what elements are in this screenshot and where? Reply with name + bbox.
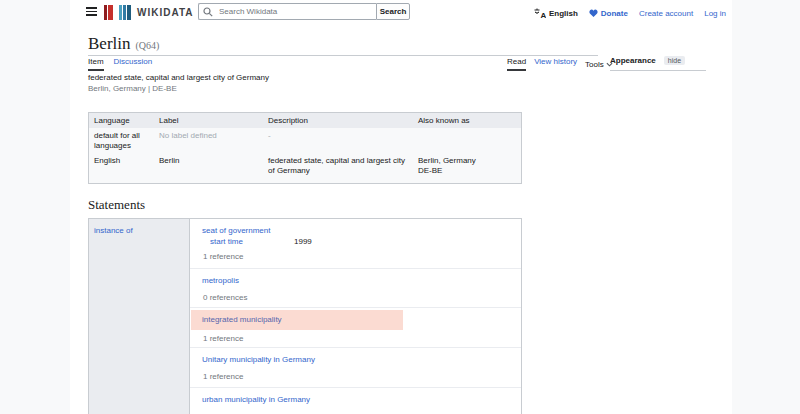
statement-group: instance of seat of government start tim…: [88, 218, 522, 414]
value-link[interactable]: metropolis: [202, 276, 239, 285]
search-bar: Search: [198, 3, 410, 20]
donate-link[interactable]: Donate: [589, 9, 628, 18]
svg-text:A: A: [541, 11, 546, 19]
entity-description: federated state, capital and largest cit…: [88, 73, 269, 82]
entity-label: Berlin: [88, 34, 131, 53]
tab-view-history[interactable]: View history: [534, 57, 577, 71]
log-in-link[interactable]: Log in: [704, 9, 726, 18]
terms-table-header: Language Label Description Also known as: [89, 113, 521, 128]
table-row: default for all languages No label defin…: [89, 128, 521, 153]
statement-urban-municipality: urban municipality in Germany 0 referenc…: [190, 388, 521, 414]
alias-line: DE-BE: [418, 166, 516, 176]
tools-menu-button[interactable]: Tools: [585, 57, 613, 71]
column-header-description: Description: [263, 113, 413, 128]
statement-values-column: seat of government start time 1999 1 ref…: [189, 219, 521, 414]
namespace-tabs: Item Discussion: [88, 57, 152, 71]
cell-label: No label defined: [154, 128, 263, 153]
references-toggle[interactable]: 0 references: [203, 293, 247, 302]
language-label: English: [549, 9, 578, 18]
value-link[interactable]: Unitary municipality in Germany: [202, 355, 315, 364]
create-account-link[interactable]: Create account: [639, 9, 693, 18]
statement-property-column: instance of: [89, 219, 189, 414]
value-link[interactable]: urban municipality in Germany: [202, 395, 310, 404]
value-link[interactable]: seat of government: [202, 226, 270, 235]
cell-description: federated state, capital and largest cit…: [263, 153, 413, 178]
references-toggle[interactable]: 1 reference: [203, 334, 243, 343]
column-header-also-known-as: Also known as: [413, 113, 521, 128]
value-link[interactable]: integrated municipality: [202, 315, 282, 324]
cell-description: -: [263, 128, 413, 153]
search-input[interactable]: [198, 3, 376, 20]
references-toggle[interactable]: 1 reference: [203, 372, 243, 381]
view-tabs: Read View history Tools: [507, 57, 613, 71]
appearance-hide-button[interactable]: hide: [664, 56, 685, 65]
appearance-panel: Appearance hide: [610, 56, 706, 71]
column-header-language: Language: [89, 113, 154, 128]
statements-heading: Statements: [88, 197, 145, 213]
heart-icon: [589, 9, 598, 18]
language-selector[interactable]: A English: [534, 8, 578, 18]
page-container: WIKIDATA Search A English Donate Create …: [70, 0, 732, 414]
entity-aliases: Berlin, Germany | DE-BE: [88, 84, 177, 93]
wikidata-wordmark: WIKIDATA: [137, 7, 194, 18]
donate-label: Donate: [601, 9, 628, 18]
entity-id: (Q64): [136, 40, 160, 51]
terms-table: Language Label Description Also known as…: [88, 112, 522, 184]
cell-label: Berlin: [154, 153, 263, 178]
qualifier-property-link[interactable]: start time: [210, 237, 243, 246]
main-menu-button[interactable]: [86, 7, 97, 16]
statement-integrated-municipality: integrated municipality 1 reference: [190, 308, 521, 348]
cell-also-known-as: Berlin, Germany DE-BE: [413, 153, 521, 178]
alias-line: Berlin, Germany: [418, 156, 516, 166]
cell-also-known-as: [413, 128, 521, 153]
statement-metropolis: metropolis 0 references: [190, 269, 521, 308]
language-icon: A: [534, 8, 546, 18]
tab-discussion[interactable]: Discussion: [114, 57, 153, 71]
search-icon: [203, 7, 213, 19]
column-header-label: Label: [154, 113, 263, 128]
user-menu: A English Donate Create account Log in: [534, 0, 726, 26]
property-link-instance-of[interactable]: instance of: [94, 226, 133, 235]
wikidata-logo[interactable]: WIKIDATA: [104, 5, 194, 20]
statement-unitary-municipality: Unitary municipality in Germany 1 refere…: [190, 348, 521, 388]
wikidata-barcode-icon: [104, 5, 131, 20]
qualifier-value: 1999: [294, 237, 312, 246]
appearance-title: Appearance: [610, 56, 656, 65]
statement-seat-of-government: seat of government start time 1999 1 ref…: [190, 219, 521, 269]
cell-language: default for all languages: [89, 128, 154, 153]
cell-language: English: [89, 153, 154, 178]
title-divider: [88, 55, 598, 56]
page-title: Berlin(Q64): [88, 34, 159, 54]
references-toggle[interactable]: 1 reference: [203, 252, 243, 261]
table-row: English Berlin federated state, capital …: [89, 153, 521, 178]
search-button[interactable]: Search: [376, 3, 410, 20]
tools-label: Tools: [585, 60, 604, 69]
tab-item[interactable]: Item: [88, 57, 104, 71]
tab-read[interactable]: Read: [507, 57, 526, 71]
